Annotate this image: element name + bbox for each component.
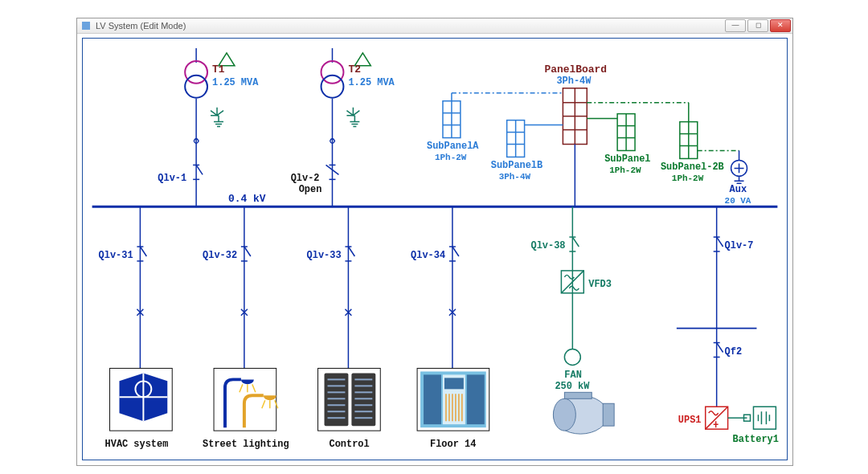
breaker-qlv7[interactable]: Qlv-7 — [714, 237, 754, 251]
breaker-qlv34[interactable]: Qlv-34 — [411, 247, 459, 261]
breaker-qlv32[interactable]: Qlv-32 — [203, 247, 251, 261]
feeder-control[interactable]: Qlv-33 — [307, 206, 381, 450]
subpanel-1-name: SubPanel — [604, 153, 650, 165]
ups1-label: UPS1 — [678, 415, 702, 426]
ups1-block[interactable]: UPS1 — [678, 407, 728, 429]
svg-rect-102 — [603, 403, 614, 426]
subpanel-2b[interactable]: SubPanel-2B 1Ph-2W — [587, 103, 723, 184]
breaker-qlv7-label: Qlv-7 — [725, 240, 754, 251]
breaker-qlv2-label: Qlv-2 — [291, 173, 320, 184]
subpanel-b[interactable]: SubPanelB 3Ph-4W — [491, 121, 563, 182]
svg-line-55 — [244, 247, 251, 256]
subpanel-a-spec: 1Ph-2W — [435, 153, 467, 162]
window-titlebar[interactable]: LV System (Edit Mode) — ◻ ✕ — [77, 18, 792, 34]
battery-label: Battery1 — [733, 434, 779, 445]
feeder-fan[interactable]: Qlv-38 VFD3 FAN 250 kW — [531, 206, 615, 434]
street-lighting-label: Street lighting — [203, 439, 289, 450]
transformer-t1[interactable]: Qlv-1 T1 1.25 MVA — [158, 48, 259, 206]
subpanel-a[interactable]: SubPanelA 1Ph-2W — [427, 93, 563, 163]
svg-point-103 — [553, 398, 575, 431]
minimize-button[interactable]: — — [725, 19, 746, 32]
svg-line-97 — [572, 237, 579, 247]
subpanel-2b-name: SubPanel-2B — [661, 161, 724, 173]
t1-rating: 1.25 MVA — [212, 77, 259, 88]
street-light-icon — [214, 368, 278, 431]
subpanel-1-spec: 1Ph-2W — [609, 165, 641, 175]
server-rack-icon — [318, 368, 381, 431]
window-title: LV System (Edit Mode) — [96, 21, 186, 31]
breaker-qlv31-label: Qlv-31 — [99, 250, 133, 261]
svg-line-113 — [717, 343, 723, 353]
diagram-canvas[interactable]: 0.4 kV — [82, 38, 788, 460]
subpanel-b-name: SubPanelB — [491, 160, 542, 171]
feeder-street-lighting[interactable]: Qlv-32 Street lighting — [203, 206, 289, 450]
breaker-qlv38[interactable]: Qlv-38 — [531, 237, 579, 251]
subpanel-2b-spec: 1Ph-2W — [672, 174, 704, 183]
svg-rect-84 — [424, 374, 441, 424]
hvac-label: HVAC system — [105, 439, 169, 450]
svg-point-10 — [321, 76, 344, 98]
breaker-qlv34-label: Qlv-34 — [411, 250, 445, 261]
bus-voltage-label: 0.4 kV — [228, 193, 266, 205]
floor14-label: Floor 14 — [430, 439, 476, 450]
feeder-floor14[interactable]: Qlv-34 — [411, 206, 489, 450]
subpanel-b-spec: 3Ph-4W — [499, 172, 531, 182]
breaker-qf2-label: Qf2 — [725, 346, 742, 358]
svg-point-2 — [185, 61, 207, 84]
control-label: Control — [330, 439, 370, 450]
vfd3-block[interactable]: VFD3 — [561, 271, 612, 293]
breaker-qlv2-state: Open — [299, 184, 322, 195]
svg-point-100 — [564, 349, 580, 366]
transformer-t2[interactable]: Qlv-2 Open T2 1.25 MVA — [291, 48, 395, 206]
svg-line-108 — [717, 237, 723, 247]
panelboard-main[interactable]: PanelBoard 3Ph-4W — [544, 63, 607, 206]
svg-rect-118 — [753, 407, 776, 429]
feeder-ups[interactable]: Qlv-7 Qf2 — [677, 206, 779, 445]
breaker-qlv33-label: Qlv-33 — [307, 250, 342, 261]
feeder-hvac[interactable]: Qlv-31 HVAC system — [99, 206, 173, 450]
breaker-qlv32-label: Qlv-32 — [203, 250, 237, 261]
subpanel-1[interactable]: SubPanel 1Ph-2W — [587, 114, 650, 176]
svg-rect-86 — [467, 374, 485, 424]
svg-line-60 — [348, 247, 354, 256]
aux-name: Aux — [730, 184, 747, 195]
maximize-button[interactable]: ◻ — [747, 19, 768, 32]
battery-icon[interactable]: Battery1 — [733, 407, 779, 445]
fan-name: FAN — [564, 370, 581, 381]
close-button[interactable]: ✕ — [770, 19, 791, 32]
app-window: LV System (Edit Mode) — ◻ ✕ 0.4 kV — [76, 18, 793, 466]
panelboard-name: PanelBoard — [544, 63, 607, 76]
breaker-qf2[interactable]: Qf2 — [714, 343, 742, 358]
t2-name: T2 — [348, 63, 361, 76]
breaker-qlv33[interactable]: Qlv-33 — [307, 247, 355, 261]
hvac-icon — [110, 368, 173, 431]
aux-rating: 20 VA — [725, 196, 751, 206]
svg-line-5 — [196, 165, 203, 174]
vfd3-label: VFD3 — [588, 279, 612, 290]
svg-point-3 — [185, 76, 207, 98]
panelboard-spec: 3Ph-4W — [556, 76, 592, 87]
app-icon — [82, 22, 90, 30]
svg-line-49 — [140, 247, 146, 256]
breaker-qlv31[interactable]: Qlv-31 — [99, 247, 147, 261]
t1-name: T1 — [212, 63, 225, 76]
fan-rating: 250 kW — [555, 381, 590, 392]
switchgear-icon — [417, 368, 489, 431]
breaker-qlv1-label: Qlv-1 — [158, 173, 186, 184]
svg-rect-87 — [444, 378, 464, 389]
breaker-qlv38-label: Qlv-38 — [531, 240, 566, 251]
svg-line-115 — [706, 407, 728, 429]
aux-load[interactable]: Aux 20 VA — [698, 150, 751, 206]
svg-line-81 — [452, 247, 459, 256]
svg-point-9 — [321, 61, 344, 84]
subpanel-a-name: SubPanelA — [427, 141, 479, 152]
motor-icon — [553, 392, 614, 434]
main-bus[interactable]: 0.4 kV — [92, 193, 778, 206]
svg-rect-104 — [564, 392, 592, 398]
breaker-qlv2[interactable]: Qlv-2 Open — [291, 165, 339, 195]
t2-rating: 1.25 MVA — [348, 77, 395, 88]
